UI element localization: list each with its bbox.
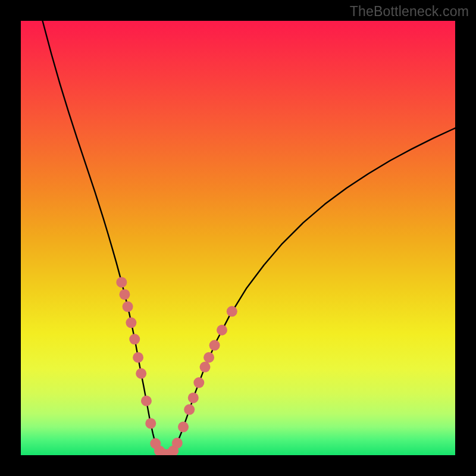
highlight-dot — [136, 368, 146, 379]
highlight-dot — [227, 306, 237, 317]
highlight-dot — [188, 393, 199, 403]
highlight-dot — [123, 301, 133, 312]
highlight-dot — [119, 289, 130, 300]
highlight-dot — [200, 362, 211, 372]
plot-area — [21, 21, 455, 455]
highlight-dot — [184, 404, 195, 415]
highlight-dot — [209, 340, 220, 350]
highlight-dot — [126, 317, 136, 328]
highlight-dot — [145, 418, 156, 429]
highlight-dot — [217, 325, 227, 336]
highlight-dot — [203, 352, 214, 363]
highlight-dot — [133, 352, 143, 363]
highlight-dot — [129, 334, 140, 345]
chart-svg — [21, 21, 455, 455]
highlight-dot — [178, 422, 189, 433]
chart-frame: TheBottleneck.com — [0, 0, 476, 476]
highlight-dot — [193, 377, 204, 388]
highlight-dot — [141, 396, 152, 406]
highlight-dot — [116, 277, 127, 287]
gradient-background — [21, 21, 455, 455]
highlight-dot — [172, 438, 183, 449]
watermark-text: TheBottleneck.com — [350, 4, 469, 20]
